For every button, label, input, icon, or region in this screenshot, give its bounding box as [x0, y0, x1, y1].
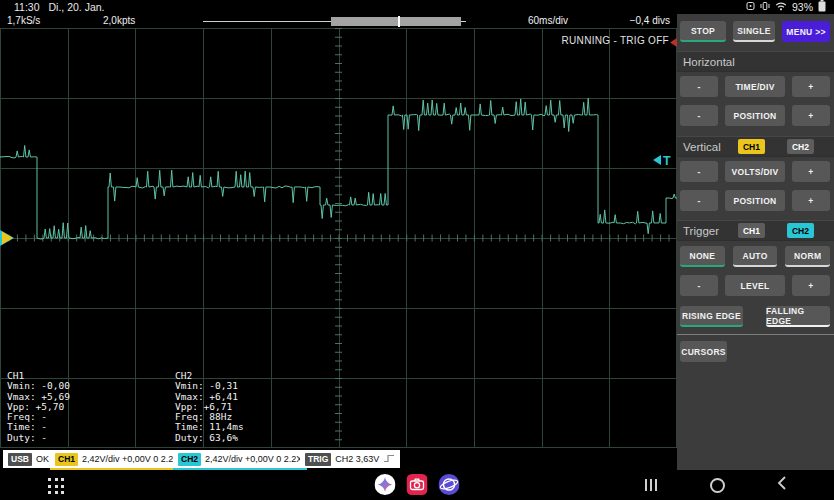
rising-edge-icon: [383, 453, 395, 466]
usb-status: OK: [36, 454, 49, 464]
stop-button[interactable]: STOP: [680, 21, 726, 42]
menu-button[interactable]: MENU >>: [782, 21, 830, 42]
level-minus-button[interactable]: -: [680, 275, 718, 296]
usb-badge: USB: [8, 453, 32, 466]
trigger-level-marker: [653, 155, 661, 165]
waveform-grid[interactable]: T: [0, 28, 677, 448]
trigger-none-button[interactable]: NONE: [680, 246, 725, 267]
ch1-badge: CH1: [55, 453, 78, 466]
scope-header: 1,7kS/s 2,0kpts 60ms/div −0,4 divs: [0, 14, 677, 28]
trigger-auto-button[interactable]: AUTO: [733, 246, 778, 267]
sample-rate: 1,7kS/s: [7, 15, 40, 26]
trig-badge: TRIG: [305, 453, 331, 466]
measurement-line: Duty: -: [7, 433, 70, 443]
timediv-plus-button[interactable]: +: [792, 76, 830, 97]
battery-percent: 93%: [792, 1, 813, 13]
horizontal-title: Horizontal: [683, 56, 735, 68]
horizontal-offset: −0,4 divs: [630, 15, 670, 26]
record-length: 2,0kpts: [103, 15, 135, 26]
trig-settings: CH2 3,63V: [335, 454, 379, 464]
home-button[interactable]: [710, 478, 725, 493]
vertical-ch2-badge[interactable]: CH2: [787, 139, 814, 154]
timediv-minus-button[interactable]: -: [680, 76, 718, 97]
trigger-section-header: Trigger CH1 CH2: [677, 220, 834, 241]
status-date: Di., 20. Jan.: [49, 1, 105, 13]
time-per-div: 60ms/div: [528, 15, 568, 26]
measurement-line: Duty: 63,6%: [175, 433, 244, 443]
vposition-minus-button[interactable]: -: [680, 190, 718, 211]
ch1-settings: 2,42V/div +0,00V 0 2.2X: [82, 454, 179, 464]
vibrate-icon: [760, 1, 770, 13]
hposition-button[interactable]: POSITION: [725, 105, 785, 126]
ch2-settings-chip[interactable]: CH2 2,42V/div +0,00V 0 2.2X: [173, 450, 307, 470]
taskbar-apps-icon[interactable]: [48, 478, 64, 494]
ch1-ground-marker: [2, 232, 13, 245]
android-status-bar: 11:30 Di., 20. Jan. 93%: [0, 0, 834, 14]
vposition-plus-button[interactable]: +: [792, 190, 830, 211]
ch1-measurements: CH1Vmin: -0,00Vmax: +5,69Vpp: +5,70Freq:…: [7, 371, 70, 443]
ch2-measurements: CH2Vmin: -0,31Vmax: +6,41Vpp: +6,71Freq:…: [175, 371, 244, 443]
ch1-settings-chip[interactable]: CH1 2,42V/div +0,00V 0 2.2X: [50, 450, 184, 470]
battery-icon: [818, 0, 826, 14]
vertical-title: Vertical: [683, 141, 721, 153]
vertical-ch1-badge[interactable]: CH1: [738, 139, 765, 154]
voltsdiv-minus-button[interactable]: -: [680, 161, 718, 182]
trigger-time-marker: [670, 38, 677, 47]
rising-edge-button[interactable]: RISING EDGE: [680, 306, 743, 327]
acquisition-status: RUNNING - TRIG OFF: [562, 35, 669, 46]
cursors-button[interactable]: CURSORS: [680, 341, 727, 362]
falling-edge-button[interactable]: FALLING EDGE: [766, 306, 830, 327]
voltsdiv-plus-button[interactable]: +: [792, 161, 830, 182]
trigger-norm-button[interactable]: NORM: [785, 246, 830, 267]
scope-footer: USB OK CH1 2,42V/div +0,00V 0 2.2X CH2 2…: [0, 448, 677, 470]
timediv-button[interactable]: TIME/DIV: [725, 76, 785, 97]
horizontal-section-header: Horizontal: [677, 51, 834, 72]
trigger-ch1-badge[interactable]: CH1: [738, 223, 765, 238]
camera-app-icon[interactable]: [407, 474, 428, 495]
ch2-settings: 2,42V/div +0,00V 0 2.2X: [205, 454, 302, 464]
clock: 11:30: [14, 1, 40, 13]
level-plus-button[interactable]: +: [792, 275, 830, 296]
level-button[interactable]: LEVEL: [725, 275, 785, 296]
wifi-icon: [775, 1, 787, 13]
browser-app-icon[interactable]: [439, 474, 460, 495]
ch2-badge: CH2: [178, 453, 201, 466]
back-button[interactable]: [777, 475, 787, 495]
vposition-button[interactable]: POSITION: [725, 190, 785, 211]
voltsdiv-button[interactable]: VOLTS/DIV: [725, 161, 785, 182]
oscilloscope-display: 1,7kS/s 2,0kpts 60ms/div −0,4 divs T RUN…: [0, 14, 677, 470]
control-panel: STOP SINGLE MENU >> Horizontal - TIME/DI…: [677, 14, 834, 470]
usb-status-chip[interactable]: USB OK: [3, 450, 54, 468]
trigger-settings-chip[interactable]: TRIG CH2 3,63V: [300, 450, 400, 468]
recents-button[interactable]: [645, 479, 657, 491]
hposition-minus-button[interactable]: -: [680, 105, 718, 126]
vertical-section-header: Vertical CH1 CH2: [677, 136, 834, 157]
trigger-level-label: T: [663, 154, 671, 168]
trigger-title: Trigger: [683, 225, 719, 237]
single-button[interactable]: SINGLE: [733, 21, 775, 42]
horizontal-scrollbar[interactable]: [331, 17, 461, 26]
nfc-icon: [746, 1, 755, 13]
assistant-app-icon[interactable]: [375, 474, 396, 495]
panel-divider: [677, 334, 834, 335]
android-nav-bar: [0, 470, 834, 500]
scrollbar-position-marker: [398, 16, 400, 27]
hposition-plus-button[interactable]: +: [792, 105, 830, 126]
trigger-ch2-badge[interactable]: CH2: [787, 223, 814, 238]
